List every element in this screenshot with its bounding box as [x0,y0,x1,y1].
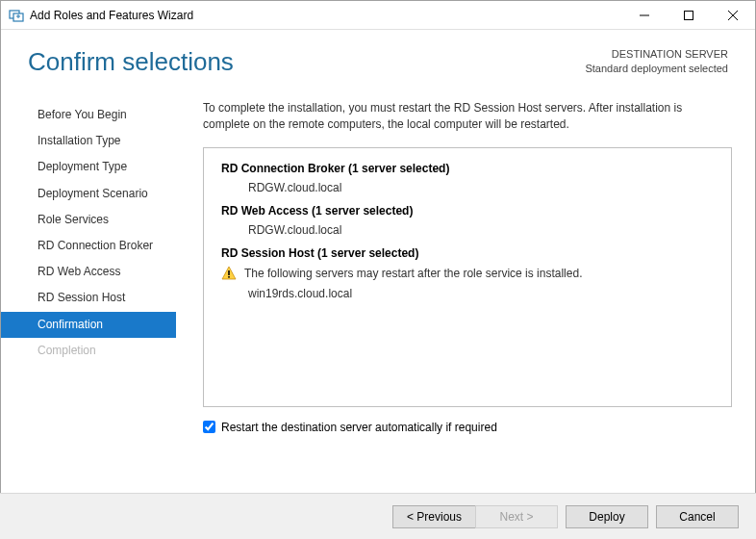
destination-value: Standard deployment selected [585,62,728,76]
sidebar-item-completion: Completion [1,338,176,364]
sidebar-item-rd-connection-broker[interactable]: RD Connection Broker [1,233,176,259]
server-name: RDGW.cloud.local [221,181,714,194]
close-button[interactable] [711,1,755,30]
sidebar-item-role-services[interactable]: Role Services [1,207,176,233]
server-name: win19rds.cloud.local [221,287,714,300]
titlebar: Add Roles and Features Wizard [1,1,755,30]
previous-button[interactable]: < Previous [392,505,475,528]
next-button: Next > [475,505,558,528]
deploy-button[interactable]: Deploy [566,505,648,528]
sidebar-item-before-you-begin[interactable]: Before You Begin [1,102,176,128]
warning-icon [221,266,237,281]
sidebar: Before You Begin Installation Type Deplo… [1,94,176,434]
sidebar-item-deployment-type[interactable]: Deployment Type [1,154,176,180]
instruction-text: To complete the installation, you must r… [203,100,732,134]
role-heading: RD Session Host (1 server selected) [221,246,714,260]
button-bar: < Previous Next > Deploy Cancel [0,493,756,539]
selections-panel: RD Connection Broker (1 server selected)… [203,147,732,407]
sidebar-item-rd-session-host[interactable]: RD Session Host [1,285,176,311]
svg-rect-5 [685,11,693,19]
sidebar-item-installation-type[interactable]: Installation Type [1,128,176,154]
sidebar-item-confirmation[interactable]: Confirmation [1,312,176,338]
page-title: Confirm selections [28,47,234,77]
window-title: Add Roles and Features Wizard [30,9,193,22]
svg-rect-9 [228,270,230,275]
warning-row: The following servers may restart after … [221,266,714,281]
server-name: RDGW.cloud.local [221,223,714,237]
restart-checkbox[interactable] [203,421,215,433]
warning-text: The following servers may restart after … [244,267,582,280]
minimize-button[interactable] [622,1,667,30]
cancel-button[interactable]: Cancel [656,505,739,528]
app-icon [9,8,24,23]
role-heading: RD Web Access (1 server selected) [221,204,714,218]
sidebar-item-rd-web-access[interactable]: RD Web Access [1,259,176,285]
restart-checkbox-row[interactable]: Restart the destination server automatic… [203,421,732,434]
destination-info: DESTINATION SERVER Standard deployment s… [585,47,728,76]
restart-checkbox-label: Restart the destination server automatic… [221,421,497,434]
header: Confirm selections DESTINATION SERVER St… [1,30,755,85]
destination-label: DESTINATION SERVER [585,47,728,62]
content-area: To complete the installation, you must r… [176,94,755,434]
maximize-button[interactable] [667,1,711,30]
svg-rect-10 [228,276,230,278]
role-heading: RD Connection Broker (1 server selected) [221,162,714,175]
sidebar-item-deployment-scenario[interactable]: Deployment Scenario [1,181,176,207]
